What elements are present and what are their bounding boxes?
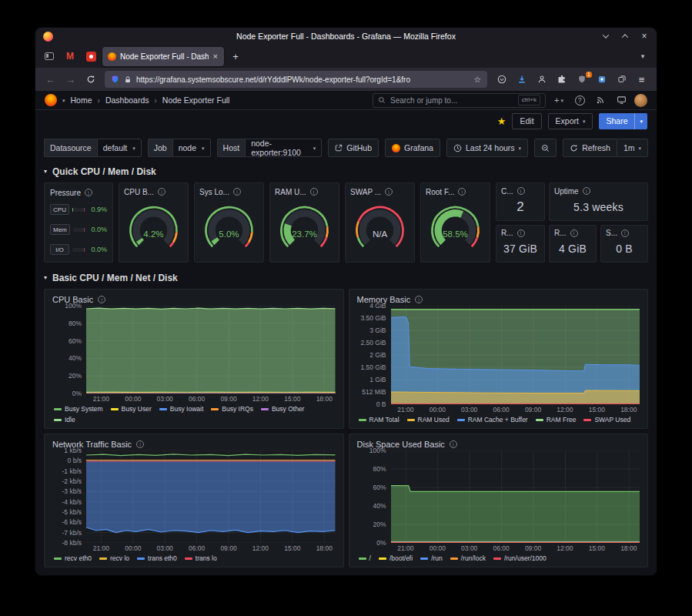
reload-button[interactable] (81, 71, 100, 89)
refresh-button[interactable]: Refresh (563, 139, 617, 157)
legend-item[interactable]: Busy System (54, 404, 103, 414)
legend-item[interactable]: recv eth0 (54, 554, 92, 564)
info-icon[interactable]: i (233, 188, 241, 196)
extension-ublock-icon[interactable]: 1 (572, 71, 591, 89)
breadcrumb-home[interactable]: Home (71, 95, 92, 105)
favorite-star-icon[interactable]: ★ (497, 116, 506, 127)
new-menu-button[interactable]: +▾ (551, 92, 567, 108)
close-button[interactable]: × (640, 32, 649, 41)
legend-item[interactable]: RAM Total (359, 415, 399, 425)
url-bar[interactable]: https://grafana.systemsobscure.net/d/rYd… (105, 71, 487, 88)
legend-item[interactable]: Busy User (111, 404, 152, 414)
extension-blue-icon[interactable] (592, 71, 611, 89)
pocket-icon[interactable] (492, 71, 511, 89)
back-button[interactable]: ← (41, 71, 60, 89)
info-icon[interactable]: i (98, 296, 105, 303)
info-icon[interactable]: i (583, 187, 590, 195)
legend-item[interactable]: /boot/efi (379, 554, 413, 564)
pinned-tab-2[interactable] (82, 47, 100, 65)
export-button[interactable]: Export▾ (548, 113, 593, 129)
minimize-button[interactable] (601, 32, 610, 41)
datasource-value[interactable]: default▾ (97, 139, 142, 157)
info-icon[interactable]: i (450, 440, 457, 448)
github-link-button[interactable]: GitHub (328, 139, 379, 157)
info-icon[interactable]: i (517, 187, 525, 195)
edit-button[interactable]: Edit (512, 113, 541, 129)
tracking-shield-icon[interactable] (111, 75, 119, 84)
legend-item[interactable]: trans lo (185, 554, 217, 564)
zoom-out-button[interactable] (534, 139, 557, 157)
y-tick-label: 40% (69, 354, 82, 362)
legend-item[interactable]: trans eth0 (137, 554, 177, 564)
account-icon[interactable] (532, 71, 551, 89)
list-tabs-button[interactable]: ▾ (633, 47, 652, 65)
legend-item[interactable]: RAM Free (536, 415, 577, 425)
info-icon[interactable]: i (136, 440, 144, 448)
chart-plot[interactable] (86, 450, 336, 543)
info-icon[interactable]: i (570, 229, 578, 237)
legend-item[interactable]: RAM Used (407, 415, 450, 425)
share-button[interactable]: Share ▾ (599, 113, 647, 129)
info-icon[interactable]: i (85, 189, 92, 196)
containers-icon[interactable] (612, 71, 631, 89)
job-picker[interactable]: Job node▾ (148, 139, 211, 157)
chart-plot[interactable] (86, 306, 336, 393)
bookmark-star-icon[interactable]: ☆ (473, 75, 481, 85)
legend-item[interactable]: SWAP Used (583, 415, 630, 425)
maximize-button[interactable] (620, 32, 630, 41)
search-input[interactable]: Search or jump to... ctrl+k (373, 93, 546, 108)
refresh-interval-dropdown[interactable]: 1m ▾ (617, 139, 648, 157)
kiosk-button[interactable] (613, 92, 629, 108)
job-value[interactable]: node▾ (172, 139, 211, 157)
host-value[interactable]: node-exporter:9100▾ (245, 139, 322, 157)
x-tick-label: 15:00 (284, 544, 300, 552)
info-icon[interactable]: i (621, 229, 629, 237)
chart-plot[interactable] (391, 450, 640, 543)
legend-item[interactable]: recv lo (99, 554, 129, 564)
legend-item[interactable]: /run (420, 554, 443, 564)
downloads-icon[interactable] (512, 71, 531, 89)
info-icon[interactable]: i (458, 188, 466, 196)
info-icon[interactable]: i (310, 188, 318, 196)
legend-item[interactable]: Idle (54, 415, 75, 425)
tab-close-icon[interactable]: × (212, 52, 219, 61)
share-dropdown-button[interactable]: ▾ (634, 113, 647, 129)
chart-plot[interactable] (391, 306, 640, 404)
window-controls: × (601, 32, 649, 41)
pinned-tab-gmail[interactable]: M (61, 47, 79, 65)
info-icon[interactable]: i (517, 229, 525, 237)
user-avatar[interactable] (634, 94, 647, 107)
legend-item[interactable]: RAM Cache + Buffer (457, 415, 528, 425)
time-range-picker[interactable]: Last 24 hours ▾ (446, 139, 528, 157)
active-tab[interactable]: Node Exporter Full - Dashbo × (102, 47, 224, 66)
titlebar[interactable]: Node Exporter Full - Dashboards - Grafan… (35, 28, 657, 45)
firefox-view-button[interactable] (40, 47, 59, 65)
datasource-picker[interactable]: Datasource default▾ (44, 139, 142, 157)
row-basic-cpu-mem-net-disk[interactable]: ▾ Basic CPU / Mem / Net / Disk (44, 270, 648, 286)
info-icon[interactable]: i (415, 296, 423, 303)
extensions-icon[interactable] (552, 71, 571, 89)
org-switcher-caret-icon[interactable]: ▾ (62, 98, 65, 103)
info-icon[interactable]: i (385, 188, 393, 196)
legend-item[interactable]: Busy Iowait (159, 404, 203, 414)
forward-button[interactable]: → (61, 71, 80, 89)
host-picker[interactable]: Host node-exporter:9100▾ (217, 139, 323, 157)
x-tick-label: 09:00 (525, 544, 541, 552)
news-button[interactable] (593, 92, 608, 108)
legend-item[interactable]: Busy IRQs (211, 404, 253, 414)
new-tab-button[interactable]: + (226, 47, 245, 65)
info-icon[interactable]: i (158, 188, 165, 196)
search-icon (378, 96, 386, 104)
help-button[interactable]: ? (572, 92, 587, 108)
legend-item[interactable]: /run/user/1000 (493, 554, 547, 564)
breadcrumb-dashboards[interactable]: Dashboards (105, 95, 149, 105)
legend-swatch (137, 557, 145, 560)
lock-icon[interactable] (124, 75, 132, 84)
grafana-logo[interactable] (45, 94, 57, 106)
grafana-link-button[interactable]: Grafana (385, 139, 440, 157)
legend-item[interactable]: Busy Other (261, 404, 305, 414)
menu-icon[interactable]: ≡ (632, 71, 651, 89)
row-quick-cpu-mem-disk[interactable]: ▾ Quick CPU / Mem / Disk (44, 164, 648, 179)
legend-item[interactable]: / (359, 554, 371, 564)
legend-item[interactable]: /run/lock (450, 554, 486, 564)
